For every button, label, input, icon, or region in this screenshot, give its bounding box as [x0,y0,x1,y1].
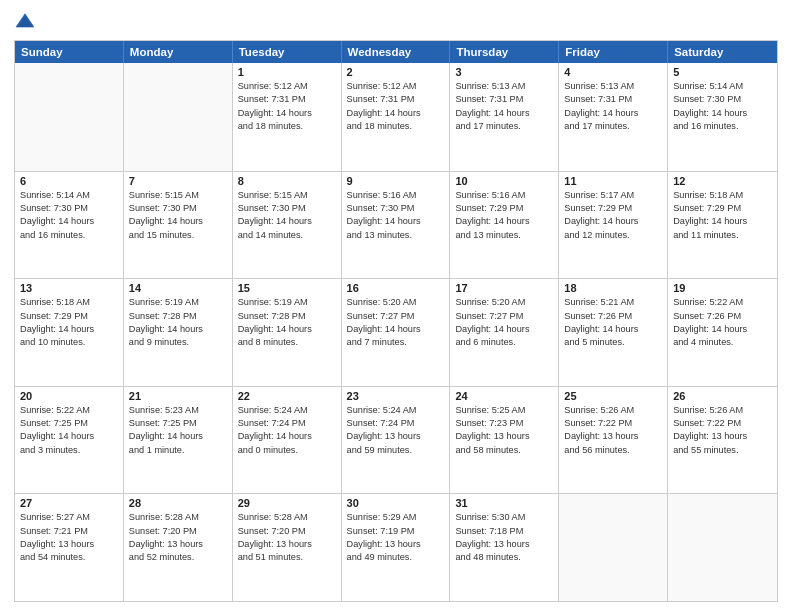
cell-info-line: Sunrise: 5:22 AM [20,404,118,417]
cell-info-line: Sunrise: 5:19 AM [129,296,227,309]
cell-info-line: Sunset: 7:18 PM [455,525,553,538]
cell-info-line: Daylight: 13 hours [673,430,772,443]
cell-info-line: Sunrise: 5:23 AM [129,404,227,417]
cell-info-line: Daylight: 14 hours [20,323,118,336]
calendar-header: SundayMondayTuesdayWednesdayThursdayFrid… [15,41,777,63]
calendar-cell: 11Sunrise: 5:17 AMSunset: 7:29 PMDayligh… [559,172,668,279]
cell-info-line: Daylight: 14 hours [238,323,336,336]
cell-info-line: Sunset: 7:30 PM [673,93,772,106]
day-number: 14 [129,282,227,294]
cell-info-line: Sunrise: 5:20 AM [347,296,445,309]
calendar-cell: 28Sunrise: 5:28 AMSunset: 7:20 PMDayligh… [124,494,233,601]
calendar-cell: 15Sunrise: 5:19 AMSunset: 7:28 PMDayligh… [233,279,342,386]
logo-icon [14,10,36,32]
cell-info-line: Daylight: 14 hours [673,215,772,228]
day-number: 12 [673,175,772,187]
calendar-cell: 6Sunrise: 5:14 AMSunset: 7:30 PMDaylight… [15,172,124,279]
cell-info-line: and 9 minutes. [129,336,227,349]
calendar-cell: 3Sunrise: 5:13 AMSunset: 7:31 PMDaylight… [450,63,559,171]
day-number: 10 [455,175,553,187]
day-number: 17 [455,282,553,294]
calendar-cell: 1Sunrise: 5:12 AMSunset: 7:31 PMDaylight… [233,63,342,171]
cell-info-line: and 5 minutes. [564,336,662,349]
calendar-cell: 26Sunrise: 5:26 AMSunset: 7:22 PMDayligh… [668,387,777,494]
cell-info-line: Sunrise: 5:26 AM [673,404,772,417]
day-number: 9 [347,175,445,187]
cell-info-line: Sunrise: 5:27 AM [20,511,118,524]
day-number: 2 [347,66,445,78]
cell-info-line: and 10 minutes. [20,336,118,349]
cell-info-line: Sunset: 7:30 PM [238,202,336,215]
cell-info-line: Sunset: 7:31 PM [455,93,553,106]
cell-info-line: and 11 minutes. [673,229,772,242]
calendar-cell: 7Sunrise: 5:15 AMSunset: 7:30 PMDaylight… [124,172,233,279]
cell-info-line: and 13 minutes. [347,229,445,242]
cell-info-line: Sunrise: 5:14 AM [673,80,772,93]
cell-info-line: Daylight: 13 hours [347,430,445,443]
calendar-cell: 14Sunrise: 5:19 AMSunset: 7:28 PMDayligh… [124,279,233,386]
cell-info-line: Sunrise: 5:14 AM [20,189,118,202]
cell-info-line: Daylight: 14 hours [347,215,445,228]
cell-info-line: and 17 minutes. [455,120,553,133]
cell-info-line: and 56 minutes. [564,444,662,457]
day-number: 8 [238,175,336,187]
cell-info-line: and 51 minutes. [238,551,336,564]
cell-info-line: Sunset: 7:30 PM [20,202,118,215]
calendar-cell: 5Sunrise: 5:14 AMSunset: 7:30 PMDaylight… [668,63,777,171]
calendar-cell: 16Sunrise: 5:20 AMSunset: 7:27 PMDayligh… [342,279,451,386]
cell-info-line: and 52 minutes. [129,551,227,564]
calendar-cell: 30Sunrise: 5:29 AMSunset: 7:19 PMDayligh… [342,494,451,601]
day-number: 22 [238,390,336,402]
cell-info-line: Sunset: 7:24 PM [238,417,336,430]
cell-info-line: Sunrise: 5:26 AM [564,404,662,417]
page: SundayMondayTuesdayWednesdayThursdayFrid… [0,0,792,612]
calendar: SundayMondayTuesdayWednesdayThursdayFrid… [14,40,778,602]
cell-info-line: Sunset: 7:30 PM [129,202,227,215]
header-day-friday: Friday [559,41,668,63]
calendar-cell: 22Sunrise: 5:24 AMSunset: 7:24 PMDayligh… [233,387,342,494]
calendar-cell: 4Sunrise: 5:13 AMSunset: 7:31 PMDaylight… [559,63,668,171]
day-number: 4 [564,66,662,78]
cell-info-line: Daylight: 14 hours [20,430,118,443]
cell-info-line: and 15 minutes. [129,229,227,242]
cell-info-line: and 6 minutes. [455,336,553,349]
cell-info-line: and 49 minutes. [347,551,445,564]
cell-info-line: and 13 minutes. [455,229,553,242]
day-number: 29 [238,497,336,509]
cell-info-line: Sunset: 7:29 PM [20,310,118,323]
day-number: 5 [673,66,772,78]
day-number: 7 [129,175,227,187]
calendar-cell [559,494,668,601]
cell-info-line: Daylight: 13 hours [455,430,553,443]
cell-info-line: Daylight: 13 hours [20,538,118,551]
cell-info-line: and 12 minutes. [564,229,662,242]
cell-info-line: Sunrise: 5:18 AM [673,189,772,202]
cell-info-line: and 0 minutes. [238,444,336,457]
cell-info-line: Sunrise: 5:17 AM [564,189,662,202]
cell-info-line: Sunrise: 5:24 AM [347,404,445,417]
cell-info-line: and 55 minutes. [673,444,772,457]
cell-info-line: Daylight: 14 hours [673,107,772,120]
cell-info-line: and 4 minutes. [673,336,772,349]
cell-info-line: and 18 minutes. [238,120,336,133]
day-number: 18 [564,282,662,294]
cell-info-line: Sunrise: 5:15 AM [129,189,227,202]
calendar-cell [668,494,777,601]
cell-info-line: Daylight: 14 hours [673,323,772,336]
calendar-cell: 24Sunrise: 5:25 AMSunset: 7:23 PMDayligh… [450,387,559,494]
calendar-cell: 2Sunrise: 5:12 AMSunset: 7:31 PMDaylight… [342,63,451,171]
cell-info-line: Sunset: 7:19 PM [347,525,445,538]
cell-info-line: Daylight: 14 hours [455,107,553,120]
cell-info-line: Sunset: 7:25 PM [129,417,227,430]
cell-info-line: and 18 minutes. [347,120,445,133]
cell-info-line: Sunset: 7:28 PM [238,310,336,323]
calendar-row-3: 13Sunrise: 5:18 AMSunset: 7:29 PMDayligh… [15,278,777,386]
cell-info-line: Sunrise: 5:25 AM [455,404,553,417]
cell-info-line: Sunset: 7:31 PM [347,93,445,106]
calendar-row-4: 20Sunrise: 5:22 AMSunset: 7:25 PMDayligh… [15,386,777,494]
day-number: 16 [347,282,445,294]
cell-info-line: Sunset: 7:27 PM [347,310,445,323]
cell-info-line: Sunrise: 5:30 AM [455,511,553,524]
cell-info-line: Sunrise: 5:28 AM [238,511,336,524]
cell-info-line: and 59 minutes. [347,444,445,457]
